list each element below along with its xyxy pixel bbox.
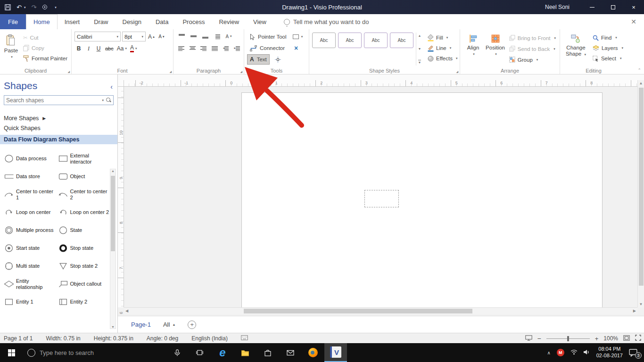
position-button[interactable]: Position▾: [484, 32, 506, 66]
strikethrough-button[interactable]: abc: [104, 44, 115, 53]
tab-design[interactable]: Design: [116, 14, 149, 29]
justify-button[interactable]: [210, 43, 220, 53]
gallery-more-icon[interactable]: ▼: [418, 60, 421, 64]
align-middle-button[interactable]: [188, 32, 198, 41]
effects-button[interactable]: Effects▾: [427, 53, 457, 64]
shape-entity-2[interactable]: Entity 2: [56, 293, 110, 311]
fill-button[interactable]: Fill▾: [427, 33, 457, 43]
change-shape-button[interactable]: ChangeShape ▾: [563, 32, 589, 66]
shape-styles-dialog-launcher[interactable]: ◢: [456, 70, 458, 73]
align-bottom-button[interactable]: [200, 32, 210, 41]
align-right-button[interactable]: [198, 43, 208, 53]
connection-point-tool-button[interactable]: ×: [289, 43, 303, 53]
close-button[interactable]: ×: [623, 0, 644, 14]
scroll-down-icon[interactable]: ▼: [111, 325, 115, 329]
vertical-scrollbar-thumb[interactable]: [639, 88, 644, 286]
more-shapes-item[interactable]: More Shapes▶: [0, 112, 117, 122]
expand-window-icon[interactable]: [635, 335, 641, 342]
tab-process[interactable]: Process: [175, 14, 212, 29]
touch-mode-icon[interactable]: [42, 4, 48, 10]
tab-review[interactable]: Review: [212, 14, 246, 29]
scroll-right-icon[interactable]: ▶: [633, 309, 636, 313]
shape-entity-relationship[interactable]: Entity relationship: [2, 275, 56, 293]
file-explorer-button[interactable]: [234, 343, 256, 362]
increase-font-size-button[interactable]: A▲: [147, 32, 156, 41]
find-button[interactable]: Find▾: [591, 33, 625, 43]
increase-indent-button[interactable]: ▸: [232, 43, 242, 53]
action-center-button[interactable]: 3: [629, 348, 639, 357]
maximize-button[interactable]: [603, 0, 623, 14]
gallery-up-icon[interactable]: ▲: [418, 34, 421, 37]
shape-style-1[interactable]: Abc: [312, 33, 336, 48]
bullets-button[interactable]: [212, 32, 222, 41]
bring-to-front-button[interactable]: Bring to Front▾: [507, 33, 558, 43]
drawing-tools-button[interactable]: [271, 54, 285, 65]
mail-button[interactable]: [279, 343, 302, 362]
presentation-mode-icon[interactable]: [525, 335, 532, 342]
tab-file[interactable]: File: [0, 14, 26, 29]
text-direction-button[interactable]: A▾: [223, 32, 234, 41]
drawing-page[interactable]: [241, 92, 603, 307]
search-dropdown-icon[interactable]: ▾: [102, 99, 104, 102]
layers-button[interactable]: Layers▾: [591, 43, 625, 53]
tab-view[interactable]: View: [246, 14, 273, 29]
cut-button[interactable]: ✂Cut: [21, 33, 69, 43]
font-size-select[interactable]: 8pt▾: [122, 32, 146, 41]
rectangle-tool-button[interactable]: ▾: [291, 32, 305, 42]
shape-loop-on-center-2[interactable]: Loop on center 2: [56, 204, 110, 221]
tab-data[interactable]: Data: [149, 14, 175, 29]
align-top-button[interactable]: [176, 32, 187, 41]
align-left-button[interactable]: [176, 43, 186, 53]
select-button[interactable]: Select▾: [591, 53, 625, 64]
status-height[interactable]: Height: 0.375 in: [94, 335, 133, 342]
all-pages-button[interactable]: All▲: [163, 321, 175, 328]
shape-style-3[interactable]: Abc: [364, 33, 388, 48]
cortana-button[interactable]: [23, 343, 40, 362]
decrease-indent-button[interactable]: ◂: [221, 43, 231, 53]
tab-draw[interactable]: Draw: [87, 14, 115, 29]
undo-button[interactable]: ↶▾: [17, 4, 25, 10]
bold-button[interactable]: B: [74, 44, 83, 53]
shape-external-interactor[interactable]: External interactor: [56, 150, 110, 167]
gmail-notifier-icon[interactable]: M: [557, 349, 564, 356]
shape-center-to-center-1[interactable]: Center to center 1: [2, 186, 56, 203]
paste-button[interactable]: Paste ▾: [3, 32, 19, 66]
shape-multi-state[interactable]: Multi state: [2, 257, 56, 275]
visio-taskbar-button[interactable]: V: [324, 343, 347, 362]
task-view-button[interactable]: [189, 343, 211, 362]
scroll-down-icon[interactable]: ▼: [639, 302, 643, 306]
customize-qat-button[interactable]: ▾: [53, 6, 57, 9]
zoom-slider-thumb[interactable]: [567, 336, 569, 341]
shape-entity-1[interactable]: Entity 1: [2, 293, 56, 311]
taskbar-clock[interactable]: 08:04 PM02-08-2017: [596, 346, 623, 359]
search-shapes-box[interactable]: ▾: [4, 95, 114, 105]
status-language[interactable]: English (India): [191, 335, 228, 342]
collapse-ribbon-icon[interactable]: ⌃: [637, 68, 641, 73]
shape-object-callout[interactable]: Object callout: [56, 275, 110, 293]
pen-mic-button[interactable]: [166, 343, 189, 362]
zoom-level[interactable]: 100%: [603, 335, 618, 342]
zoom-out-button[interactable]: −: [537, 335, 541, 342]
show-hidden-icons-chevron[interactable]: ∧: [547, 350, 550, 355]
redo-button[interactable]: ↷: [31, 4, 36, 10]
connector-tool-button[interactable]: Connector: [247, 43, 288, 53]
scroll-up-icon[interactable]: ▲: [111, 169, 115, 173]
gallery-down-icon[interactable]: ▼: [418, 47, 421, 50]
save-icon[interactable]: [5, 4, 11, 10]
italic-button[interactable]: I: [84, 44, 93, 53]
format-painter-button[interactable]: Format Painter: [21, 53, 69, 64]
status-page-info[interactable]: Page 1 of 1: [4, 335, 33, 342]
scroll-up-icon[interactable]: ▲: [639, 81, 643, 85]
signed-in-user[interactable]: Neel Soni: [545, 4, 570, 10]
taskbar-search[interactable]: Type here to search: [40, 343, 98, 362]
font-family-select[interactable]: Calibri▾: [74, 32, 121, 41]
font-dialog-launcher[interactable]: ◢: [169, 70, 172, 73]
tab-home[interactable]: Home: [26, 14, 58, 29]
send-to-back-button[interactable]: Send to Back▾: [507, 43, 558, 54]
zoom-in-button[interactable]: +: [595, 336, 599, 342]
stencil-scrollbar[interactable]: ▲ ▼: [110, 169, 116, 329]
scroll-left-icon[interactable]: ◀: [125, 309, 128, 313]
group-button[interactable]: Group▾: [507, 54, 558, 65]
shape-style-2[interactable]: Abc: [338, 33, 362, 48]
vertical-scrollbar[interactable]: ▲ ▼: [637, 80, 644, 307]
